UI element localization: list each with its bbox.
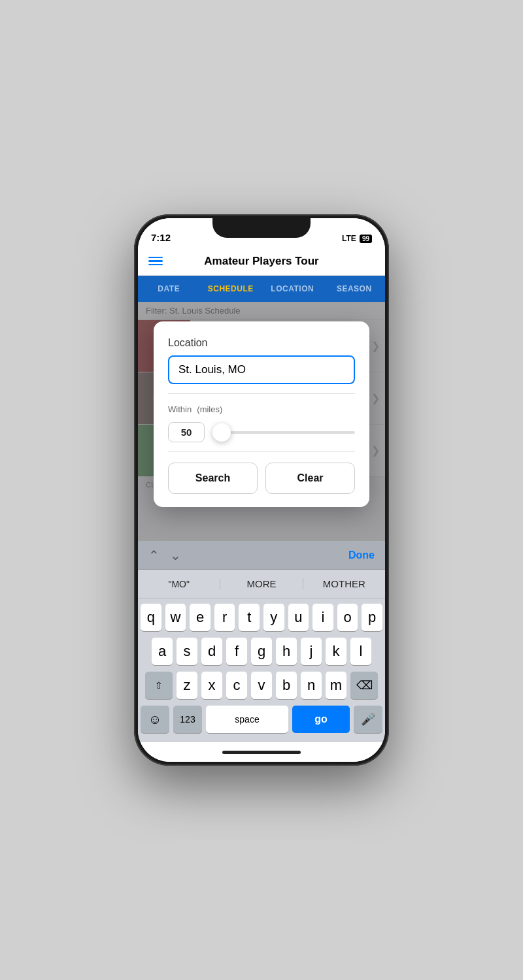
notch [212,218,311,238]
autocomplete-bar: "MO" MORE MOTHER [138,570,385,598]
key-y[interactable]: y [263,604,284,631]
mic-key[interactable]: 🎤 [354,706,382,733]
key-z[interactable]: z [177,672,197,699]
key-u[interactable]: u [288,604,309,631]
tab-schedule[interactable]: SCHEDULE [200,284,262,293]
space-key[interactable]: space [206,706,288,733]
app-title: Amateur Players Tour [204,255,318,268]
key-row-3: ⇧ z x c v b n m ⌫ [141,672,382,699]
key-w[interactable]: w [165,604,186,631]
key-e[interactable]: e [190,604,211,631]
slider-thumb[interactable] [212,423,231,442]
phone-frame: 7:12 LTE 99 Amateur Players Tour DATE SC… [134,214,389,766]
content-area: Filter: St. Louis Schedule 🏌️ S... F... … [138,302,385,541]
key-i[interactable]: i [312,604,333,631]
keyboard-nav: ⌃ ⌄ [148,547,181,563]
divider-2 [168,451,355,452]
keyboard-keys: q w e r t y u i o p a s [138,598,385,742]
key-m[interactable]: m [326,672,346,699]
key-j[interactable]: j [301,638,322,665]
key-f[interactable]: f [226,638,247,665]
tab-location[interactable]: LOCATION [262,284,324,293]
key-l[interactable]: l [350,638,371,665]
key-d[interactable]: d [201,638,222,665]
status-time: 7:12 [151,232,171,243]
home-bar [222,751,301,754]
key-b[interactable]: b [276,672,297,699]
divider-1 [168,393,355,394]
location-label: Location [168,337,355,349]
key-r[interactable]: r [214,604,235,631]
search-button[interactable]: Search [168,463,258,494]
key-row-4: ☺ 123 space go 🎤 [141,706,382,733]
autocomplete-item-0[interactable]: "MO" [138,579,220,589]
menu-line-2 [148,260,163,262]
autocomplete-item-2[interactable]: MOTHER [303,578,385,589]
menu-line-3 [148,264,163,266]
emoji-key[interactable]: ☺ [141,706,169,733]
tabs-bar: DATE SCHEDULE LOCATION SEASON [138,276,385,302]
shift-key[interactable]: ⇧ [145,672,173,699]
miles-value: 50 [168,422,205,442]
key-h[interactable]: h [276,638,297,665]
key-o[interactable]: o [337,604,358,631]
tab-season[interactable]: SEASON [324,284,386,293]
within-row: 50 [168,422,355,442]
location-filter-modal: Location Within (miles) 50 [154,321,369,507]
key-c[interactable]: c [226,672,247,699]
tab-date[interactable]: DATE [138,284,200,293]
key-t[interactable]: t [239,604,260,631]
key-n[interactable]: n [301,672,322,699]
key-g[interactable]: g [251,638,272,665]
keyboard-area: ⌃ ⌄ Done "MO" MORE MOTHER q w [138,541,385,742]
menu-line-1 [148,257,163,259]
key-a[interactable]: a [152,638,173,665]
home-indicator [138,742,385,762]
phone-screen: 7:12 LTE 99 Amateur Players Tour DATE SC… [138,218,385,762]
key-row-2: a s d f g h j k l [141,638,382,665]
delete-key[interactable]: ⌫ [350,672,378,699]
battery-percent: 99 [360,235,372,243]
signal-label: LTE [342,234,356,243]
within-label: Within (miles) [168,403,355,414]
status-right: LTE 99 [342,234,372,243]
app-header: Amateur Players Tour [138,247,385,276]
key-p[interactable]: p [362,604,382,631]
location-input[interactable] [168,355,355,384]
modal-buttons: Search Clear [168,463,355,494]
autocomplete-item-1[interactable]: MORE [220,578,303,589]
key-s[interactable]: s [177,638,197,665]
key-k[interactable]: k [326,638,346,665]
nav-up-button[interactable]: ⌃ [148,547,160,563]
menu-button[interactable] [148,257,163,266]
key-x[interactable]: x [201,672,222,699]
miles-slider[interactable] [212,431,355,434]
go-key[interactable]: go [292,706,350,733]
key-row-1: q w e r t y u i o p [141,604,382,631]
app-content: Amateur Players Tour DATE SCHEDULE LOCAT… [138,247,385,762]
key-q[interactable]: q [141,604,161,631]
clear-button[interactable]: Clear [265,463,355,494]
nav-down-button[interactable]: ⌄ [170,547,181,563]
numeric-key[interactable]: 123 [173,706,202,733]
done-button[interactable]: Done [348,549,375,561]
modal-overlay: Location Within (miles) 50 [138,302,385,541]
key-v[interactable]: v [251,672,272,699]
keyboard-toolbar: ⌃ ⌄ Done [138,541,385,570]
